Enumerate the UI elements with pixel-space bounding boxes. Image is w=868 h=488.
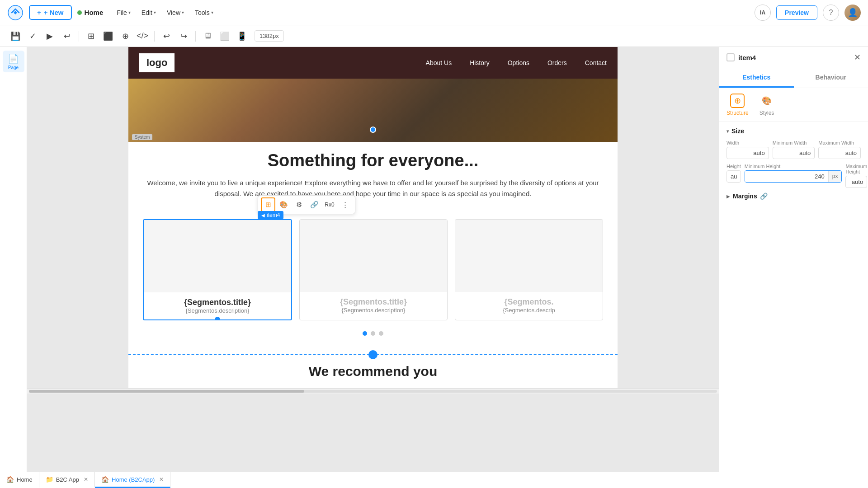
nav-about[interactable]: About Us	[426, 59, 452, 66]
max-width-input[interactable]	[818, 147, 861, 159]
bottom-tab-home-b2capp[interactable]: 🏠 Home (B2CApp) ✕	[95, 472, 170, 488]
float-rx-btn[interactable]: Rx0	[322, 197, 337, 212]
card-2-title: {Segmentos.title}	[305, 297, 442, 307]
dot-2[interactable]	[371, 331, 375, 336]
chevron-icon: ▾	[211, 10, 213, 15]
float-style-btn[interactable]: 🎨	[276, 197, 291, 212]
home-b2capp-icon: 🏠	[101, 476, 109, 483]
drag-handle[interactable]	[368, 350, 377, 359]
structure-icon: ⊕	[730, 94, 745, 108]
card-3-desc: {Segmentos.descrip	[461, 307, 597, 314]
help-button[interactable]: ?	[823, 5, 839, 21]
sub-tabs: ⊕ Structure 🎨 Styles	[719, 88, 868, 122]
scrollbar-thumb[interactable]	[29, 390, 304, 393]
card-2-image	[300, 220, 447, 292]
top-right: IA Preview ? 👤	[755, 5, 861, 21]
min-width-input[interactable]	[773, 147, 815, 159]
px-display: 1382px	[255, 30, 284, 42]
components-button[interactable]: ⊕	[117, 28, 133, 44]
panel-close-button[interactable]: ✕	[854, 52, 861, 62]
layers-button[interactable]: ⬛	[100, 28, 116, 44]
margins-row[interactable]: ▶ Margins 🔗	[726, 192, 861, 200]
menu-view[interactable]: View ▾	[162, 6, 189, 19]
check-button[interactable]: ✓	[24, 28, 41, 44]
min-height-input[interactable]	[745, 171, 828, 182]
card-3[interactable]: {Segmentos. {Segmentos.descrip	[455, 219, 603, 320]
avatar[interactable]: 👤	[844, 5, 861, 21]
canvas-area[interactable]: logo About Us History Options Orders Con…	[27, 47, 719, 472]
tab-behaviour[interactable]: Behaviour	[794, 68, 868, 88]
menu-edit[interactable]: Edit ▾	[137, 6, 160, 19]
card-1-resize-handle[interactable]	[215, 317, 220, 320]
tab-esthetics[interactable]: Esthetics	[719, 68, 794, 88]
b2capp-icon: 📁	[46, 476, 53, 483]
play-button[interactable]: ▶	[42, 28, 58, 44]
home-label: Home	[85, 9, 104, 16]
home-tab-icon: 🏠	[6, 476, 14, 483]
grid-button[interactable]: ⊞	[83, 28, 99, 44]
nav-orders[interactable]: Orders	[547, 59, 567, 66]
undo-button[interactable]: ↩	[158, 28, 175, 44]
chevron-icon: ▾	[154, 10, 156, 15]
new-button[interactable]: + + New	[29, 5, 72, 20]
max-width-field: Maximum Width	[818, 140, 861, 159]
card-1[interactable]: {Segmentos.title} {Segmentos.description…	[143, 219, 292, 320]
save-button[interactable]: 💾	[7, 28, 24, 44]
code-button[interactable]: </>	[134, 28, 151, 44]
section-title: Something for everyone...	[143, 151, 603, 170]
cards-container: {Segmentos.title} {Segmentos.description…	[143, 219, 603, 320]
min-height-label: Minimum Height	[745, 164, 842, 169]
bottom-tab-b2capp[interactable]: 📁 B2C App ✕	[39, 472, 95, 488]
card-2[interactable]: {Segmentos.title} {Segmentos.description…	[299, 219, 448, 320]
bottom-tab-home[interactable]: 🏠 Home	[0, 472, 39, 488]
scrollbar-track	[29, 390, 717, 393]
section-description: Welcome, we invite you to live a unique …	[143, 178, 603, 199]
home-b2capp-close[interactable]: ✕	[159, 476, 164, 483]
card-1-desc: {Segmentos.description}	[149, 307, 286, 314]
b2capp-label: B2C App	[56, 476, 79, 483]
styles-icon: 🎨	[760, 94, 774, 108]
size-section-header[interactable]: ▾ Size	[726, 127, 861, 135]
float-move-btn[interactable]: ⊞	[261, 197, 275, 212]
card-2-body: {Segmentos.title} {Segmentos.description…	[300, 292, 447, 319]
item-checkbox[interactable]	[726, 53, 735, 61]
menu-tools[interactable]: Tools ▾	[190, 6, 218, 19]
site-logo: logo	[139, 53, 175, 72]
mobile-view[interactable]: 📱	[234, 28, 250, 44]
dot-3[interactable]	[379, 331, 383, 336]
right-panel: item4 ✕ Esthetics Behaviour ⊕ Structure …	[719, 47, 868, 472]
max-height-input[interactable]	[845, 176, 867, 188]
card-3-body: {Segmentos. {Segmentos.descrip	[455, 292, 603, 319]
preview-button[interactable]: Preview	[776, 5, 817, 20]
tablet-view[interactable]: ⬜	[217, 28, 233, 44]
main-area: 📄 Page logo About Us History Options Ord…	[0, 47, 868, 472]
nav-history[interactable]: History	[470, 59, 490, 66]
home-tab: Home	[77, 9, 104, 16]
carousel-dots	[143, 328, 603, 345]
float-link-btn[interactable]: 🔗	[307, 197, 321, 212]
b2capp-close[interactable]: ✕	[84, 476, 88, 483]
ia-button[interactable]: IA	[755, 5, 771, 21]
float-settings-btn[interactable]: ⚙	[292, 197, 306, 212]
sidebar-item-page[interactable]: 📄 Page	[3, 51, 24, 72]
redo-button[interactable]: ↪	[175, 28, 192, 44]
size-section: ▾ Size Width Minimum Width Maximum Width	[719, 122, 868, 208]
hero-dot-indicator	[370, 127, 376, 133]
sub-tab-structure[interactable]: ⊕ Structure	[726, 94, 749, 116]
nav-contact[interactable]: Contact	[585, 59, 607, 66]
width-input[interactable]	[726, 147, 769, 159]
desktop-view[interactable]: 🖥	[199, 28, 216, 44]
nav-options[interactable]: Options	[508, 59, 529, 66]
bottom-bar: 🏠 Home 📁 B2C App ✕ 🏠 Home (B2CApp) ✕	[0, 472, 868, 488]
new-icon: +	[37, 9, 41, 16]
sub-tab-styles[interactable]: 🎨 Styles	[760, 94, 774, 116]
height-input[interactable]	[726, 170, 741, 183]
float-more-btn[interactable]: ⋮	[338, 197, 352, 212]
panel-item-name: item4	[726, 53, 756, 61]
dot-1[interactable]	[363, 331, 367, 336]
publish-button[interactable]: ↩	[59, 28, 75, 44]
menu-file[interactable]: File ▾	[112, 6, 135, 19]
home-tab-label: Home	[17, 476, 33, 483]
horizontal-scrollbar[interactable]	[27, 388, 719, 394]
chevron-right-icon: ▶	[726, 194, 730, 199]
